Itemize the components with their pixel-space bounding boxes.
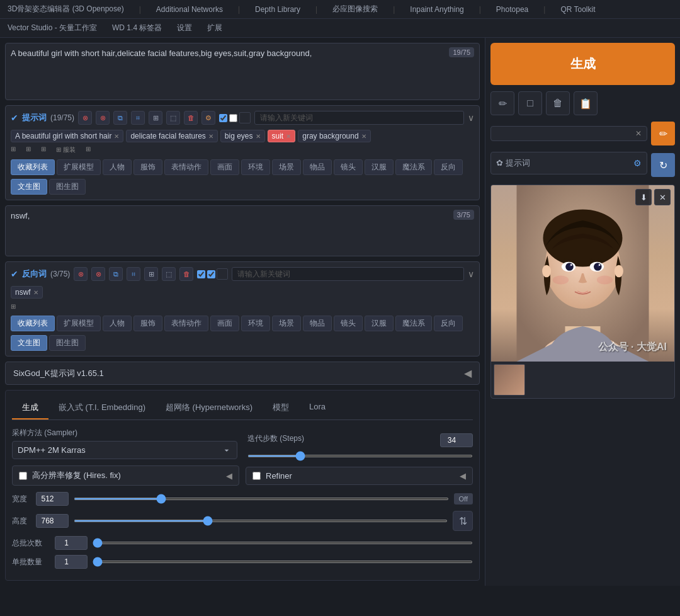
btn-del-2[interactable]: ⊗	[96, 111, 110, 125]
height-slider[interactable]	[74, 520, 448, 522]
sub-tab-0[interactable]: 文生图	[11, 179, 47, 195]
hires-arrow[interactable]: ◀	[226, 471, 232, 481]
neg-btn-trash[interactable]: 🗑	[179, 267, 193, 281]
neg-btn-copy[interactable]: ⧉	[109, 267, 123, 281]
neg-btn-paste[interactable]: ⌗	[127, 267, 140, 281]
tool-square-btn[interactable]: □	[518, 91, 542, 115]
neg-checkbox-enable[interactable]	[197, 270, 205, 278]
btn-gear[interactable]: ⚙	[201, 111, 215, 125]
gen-tab-2[interactable]: 超网络 (Hypernetworks)	[156, 397, 263, 419]
nav-photopea[interactable]: Photopea	[494, 4, 531, 15]
btn-table[interactable]: ⊞	[149, 111, 162, 125]
tag-2[interactable]: big eyes ✕	[220, 130, 265, 142]
cat-tab-0[interactable]: 收藏列表	[11, 159, 55, 175]
swap-dimensions-btn[interactable]: ⇅	[453, 511, 473, 531]
neg-sub-tab-1[interactable]: 图生图	[49, 335, 86, 351]
nav-vector[interactable]: Vector Studio - 矢量工作室	[5, 21, 99, 35]
download-btn[interactable]: ⬇	[635, 189, 652, 205]
nav-qr[interactable]: QR Toolkit	[558, 4, 598, 15]
cat-tab-12[interactable]: 反向	[434, 159, 463, 175]
cat-tab-11[interactable]: 魔法系	[395, 159, 432, 175]
positive-collapse-btn[interactable]: ∨	[468, 113, 474, 123]
right-text-input[interactable]	[496, 129, 633, 138]
right-pencil-btn[interactable]: ✏	[651, 122, 675, 145]
neg-tag-0-remove[interactable]: ✕	[33, 289, 38, 296]
tag-1-remove[interactable]: ✕	[208, 133, 213, 140]
neg-tag-0[interactable]: nswf ✕	[11, 286, 43, 299]
cat-tab-6[interactable]: 环境	[241, 159, 270, 175]
refiner-checkbox[interactable]	[252, 472, 261, 480]
batch-size-slider[interactable]	[93, 561, 473, 563]
negative-keyword-input[interactable]	[232, 267, 464, 281]
neg-cat-tab-0[interactable]: 收藏列表	[11, 316, 55, 331]
neg-btn-table[interactable]: ⊞	[144, 267, 158, 281]
tag-0[interactable]: A beautiful girl with short hair ✕	[11, 130, 123, 142]
gen-tab-0[interactable]: 生成	[12, 397, 48, 419]
neg-cat-tab-2[interactable]: 人物	[103, 316, 132, 331]
checkbox-square[interactable]	[239, 112, 251, 123]
negative-prompt-textarea[interactable]: nswf,	[11, 211, 474, 249]
steps-slider[interactable]	[247, 455, 473, 457]
btn-clipboard[interactable]: ⬚	[166, 111, 180, 125]
steps-input[interactable]	[440, 433, 473, 447]
negative-collapse-btn[interactable]: ∨	[468, 269, 474, 279]
generate-button[interactable]: 生成	[490, 43, 675, 85]
cat-tab-5[interactable]: 画面	[210, 159, 239, 175]
btn-trash[interactable]: 🗑	[184, 111, 198, 125]
neg-cat-tab-1[interactable]: 扩展模型	[57, 316, 101, 331]
cat-tab-4[interactable]: 表情动作	[164, 159, 208, 175]
btn-paste-1[interactable]: ⌗	[131, 111, 145, 125]
tag-3[interactable]: suit ✕	[268, 130, 296, 142]
neg-btn-del-1[interactable]: ⊗	[74, 267, 88, 281]
tag-0-remove[interactable]: ✕	[114, 133, 119, 140]
suggest-btn[interactable]: ✿ 提示词 ⚙	[490, 152, 647, 174]
tool-clipboard-btn[interactable]: 📋	[574, 91, 598, 115]
neg-checkbox-square[interactable]	[217, 268, 228, 280]
batch-count-input[interactable]	[55, 536, 88, 550]
nav-inpaint[interactable]: Inpaint Anything	[407, 4, 466, 15]
close-btn[interactable]: ✕	[654, 189, 671, 205]
height-input[interactable]	[36, 514, 69, 528]
btn-copy-1[interactable]: ⧉	[113, 111, 127, 125]
neg-sub-tab-0[interactable]: 文生图	[11, 335, 47, 351]
nav-extensions[interactable]: 扩展	[205, 21, 225, 35]
nav-depth-library[interactable]: Depth Library	[252, 4, 303, 15]
tag-1[interactable]: delicate facial features ✕	[126, 130, 217, 142]
neg-cat-tab-3[interactable]: 服饰	[133, 316, 162, 331]
sampler-select[interactable]: DPM++ 2M Karras Euler a Euler DPM++ SDE …	[12, 441, 237, 459]
nav-bing[interactable]: 必应图像搜索	[330, 3, 380, 16]
tag-4[interactable]: gray background ✕	[298, 130, 370, 142]
cat-tab-7[interactable]: 场景	[272, 159, 301, 175]
thumbnail-0[interactable]	[494, 364, 525, 396]
sub-tab-1[interactable]: 图生图	[49, 179, 86, 195]
neg-cat-tab-4[interactable]: 表情动作	[164, 316, 208, 331]
cat-tab-3[interactable]: 服饰	[133, 159, 162, 175]
width-input[interactable]	[36, 492, 69, 506]
neg-cat-tab-5[interactable]: 画面	[210, 316, 239, 331]
neg-btn-del-2[interactable]: ⊗	[91, 267, 105, 281]
refiner-arrow[interactable]: ◀	[460, 471, 466, 481]
batch-size-input[interactable]	[55, 555, 88, 569]
gen-tab-1[interactable]: 嵌入式 (T.I. Embedding)	[48, 397, 156, 419]
positive-prompt-textarea[interactable]: A beautiful girl with short hair,delicat…	[11, 48, 474, 93]
positive-keyword-input[interactable]	[254, 111, 464, 125]
neg-cat-tab-11[interactable]: 魔法系	[395, 316, 432, 331]
tag-2-remove[interactable]: ✕	[256, 133, 261, 140]
neg-checkbox-opt[interactable]	[207, 270, 215, 278]
btn-del-1[interactable]: ⊗	[78, 111, 92, 125]
refresh-btn[interactable]: ↻	[651, 153, 675, 177]
nav-wd14[interactable]: WD 1.4 标签器	[110, 21, 164, 35]
width-slider[interactable]	[74, 498, 449, 500]
neg-cat-tab-12[interactable]: 反向	[434, 316, 463, 331]
gen-tab-4[interactable]: Lora	[299, 397, 336, 419]
tag-3-remove[interactable]: ✕	[286, 133, 291, 140]
neg-cat-tab-10[interactable]: 汉服	[365, 316, 394, 331]
checkbox-enable[interactable]	[219, 114, 227, 122]
cat-tab-8[interactable]: 物品	[303, 159, 332, 175]
neg-cat-tab-7[interactable]: 场景	[272, 316, 301, 331]
checkbox-option[interactable]	[229, 114, 237, 122]
tool-trash-btn[interactable]: 🗑	[546, 91, 570, 115]
cat-tab-1[interactable]: 扩展模型	[57, 159, 101, 175]
input-x-btn[interactable]: ✕	[635, 129, 642, 138]
neg-btn-clipboard[interactable]: ⬚	[162, 267, 176, 281]
